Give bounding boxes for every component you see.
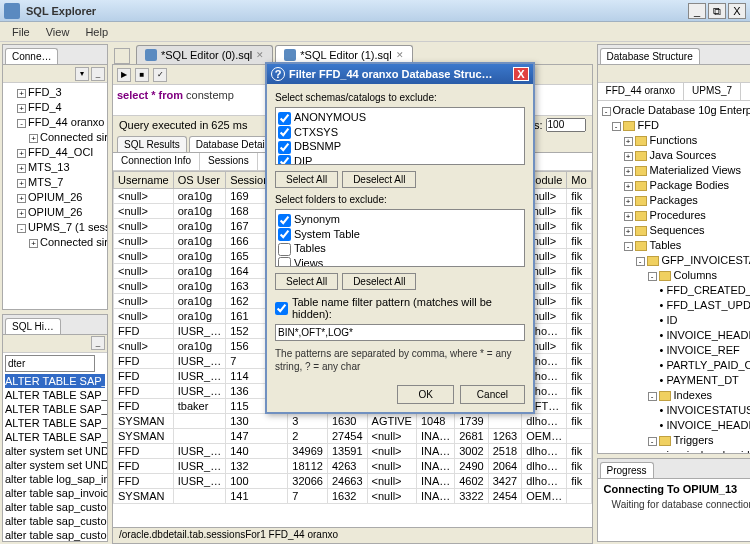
subtab-conninfo[interactable]: Connection Info <box>113 153 200 170</box>
schemas-deselectall-button[interactable]: Deselect All <box>342 171 416 188</box>
sqlhist-item[interactable]: alter system set UNDO_R <box>5 458 105 472</box>
dbconn-tab-1[interactable]: UPMS_7 <box>684 83 741 100</box>
tree-leaf[interactable]: • ID <box>600 313 750 328</box>
window-close-button[interactable]: X <box>728 3 746 19</box>
editor-nav-icon[interactable] <box>114 48 130 64</box>
editor-tab-0[interactable]: *SQL Editor (0).sql✕ <box>136 45 273 64</box>
connections-tab[interactable]: Conne… <box>5 48 58 64</box>
pattern-input[interactable] <box>275 324 525 341</box>
sqlhist-filter-input[interactable] <box>5 355 95 372</box>
tree-folder[interactable]: -GFP_INVOICESTATUS <box>600 253 750 268</box>
connection-item[interactable]: +OPIUM_26 <box>5 205 105 220</box>
row-limit-input[interactable] <box>546 118 586 132</box>
tree-folder[interactable]: +Materialized Views <box>600 163 750 178</box>
dbstruct-tree[interactable]: -Oracle Database 10g Enterprise Edition … <box>600 103 750 453</box>
tree-leaf[interactable]: • INVOICESTATUS_S1 <box>600 403 750 418</box>
table-row[interactable]: FFDIUSR_…1403496913591<null>INA…30022518… <box>114 444 592 459</box>
progress-tab[interactable]: Progress <box>600 462 654 478</box>
folder-item[interactable]: Views <box>278 256 522 267</box>
tree-folder[interactable]: +Packages <box>600 193 750 208</box>
sqlhist-item[interactable]: ALTER TABLE SAP_STOCI <box>5 402 105 416</box>
tree-folder[interactable]: +Procedures <box>600 208 750 223</box>
cancel-button[interactable]: Cancel <box>460 385 525 404</box>
commit-icon[interactable]: ✓ <box>153 68 167 82</box>
sqlhist-item[interactable]: alter system set UNDO_R <box>5 444 105 458</box>
connection-item[interactable]: +Connected sir <box>5 235 105 250</box>
tree-leaf[interactable]: • FFD_CREATED_DT <box>600 283 750 298</box>
sqlhist-item[interactable]: ALTER TABLE SAP_STOCI <box>5 416 105 430</box>
sqlhist-min-icon[interactable]: _ <box>91 336 105 350</box>
connection-item[interactable]: -UPMS_7 (1 sessio <box>5 220 105 235</box>
table-row[interactable]: SYSMAN13031630AGTIVE10481739dlho…fik <box>114 414 592 429</box>
name-filter-checkbox[interactable] <box>275 302 288 315</box>
column-header[interactable]: OS User <box>173 172 225 189</box>
connection-item[interactable]: +FFD_3 <box>5 85 105 100</box>
tree-folder[interactable]: +Java Sources <box>600 148 750 163</box>
tree-leaf[interactable]: • INVOICE_HEADER_ID <box>600 328 750 343</box>
connection-item[interactable]: +FFD_44_OCI <box>5 145 105 160</box>
tree-leaf[interactable]: • INVOICE_HEADER <box>600 418 750 433</box>
tree-folder[interactable]: +Sequences <box>600 223 750 238</box>
tree-leaf[interactable]: • invoiceheader_id_GFP <box>600 448 750 453</box>
dbconn-tab-0[interactable]: FFD_44 oranxo <box>598 83 684 100</box>
connection-item[interactable]: +MTS_13 <box>5 160 105 175</box>
sqlhist-tab[interactable]: SQL Hi… <box>5 318 61 334</box>
tree-folder[interactable]: -Triggers <box>600 433 750 448</box>
connection-item[interactable]: +FFD_4 <box>5 100 105 115</box>
sqlhist-item[interactable]: alter table sap_customerl <box>5 500 105 514</box>
connections-tree[interactable]: +FFD_3+FFD_4-FFD_44 oranxo (1+Connected … <box>5 85 105 250</box>
window-restore-button[interactable]: ⧉ <box>708 3 726 19</box>
schema-item[interactable]: CTXSYS <box>278 125 522 140</box>
tree-folder[interactable]: -Tables <box>600 238 750 253</box>
connection-item[interactable]: +MTS_7 <box>5 175 105 190</box>
tree-folder[interactable]: +Package Bodies <box>600 178 750 193</box>
results-tab-dbdetail[interactable]: Database Detail <box>189 136 274 152</box>
sqlhist-item[interactable]: alter table log_sap_invoic <box>5 472 105 486</box>
folder-item[interactable]: System Table <box>278 227 522 242</box>
tree-leaf[interactable]: • PARTLY_PAID_CD <box>600 358 750 373</box>
folder-item[interactable]: Synonym <box>278 212 522 227</box>
sqlhist-list[interactable]: ALTER TABLE SAP_INVOIALTER TABLE SAP_STO… <box>5 374 105 541</box>
folder-item[interactable]: Tables <box>278 241 522 256</box>
menu-help[interactable]: Help <box>77 24 116 40</box>
connection-item[interactable]: +OPIUM_26 <box>5 190 105 205</box>
table-row[interactable]: FFDIUSR_…132181124263<null>INA…24902064d… <box>114 459 592 474</box>
subtab-sessions[interactable]: Sessions <box>200 153 258 170</box>
column-header[interactable]: Username <box>114 172 174 189</box>
folders-selectall-button[interactable]: Select All <box>275 273 338 290</box>
results-tab-sql[interactable]: SQL Results <box>117 136 187 152</box>
tree-folder[interactable]: -FFD <box>600 118 750 133</box>
sqlhist-item[interactable]: alter table sap_customerl <box>5 528 105 541</box>
ok-button[interactable]: OK <box>397 385 453 404</box>
folders-listbox[interactable]: SynonymSystem TableTablesViews <box>275 209 525 267</box>
sqlhist-item[interactable]: ALTER TABLE SAP_STOCI <box>5 430 105 444</box>
close-icon[interactable]: ✕ <box>256 50 264 60</box>
run-icon[interactable]: ▶ <box>117 68 131 82</box>
schemas-selectall-button[interactable]: Select All <box>275 171 338 188</box>
schema-item[interactable]: ANONYMOUS <box>278 110 522 125</box>
connections-min-icon[interactable]: _ <box>91 67 105 81</box>
tree-folder[interactable]: +Functions <box>600 133 750 148</box>
sqlhist-item[interactable]: alter table sap_customerl <box>5 514 105 528</box>
menu-file[interactable]: File <box>4 24 38 40</box>
folders-deselectall-button[interactable]: Deselect All <box>342 273 416 290</box>
close-icon[interactable]: ✕ <box>396 50 404 60</box>
schema-item[interactable]: DBSNMP <box>278 139 522 154</box>
sqlhist-item[interactable]: ALTER TABLE SAP_INVOI <box>5 374 105 388</box>
schema-item[interactable]: DIP <box>278 154 522 165</box>
tree-folder[interactable]: -Indexes <box>600 388 750 403</box>
help-icon[interactable]: ? <box>271 67 285 81</box>
tree-leaf[interactable]: • INVOICE_REF <box>600 343 750 358</box>
menu-view[interactable]: View <box>38 24 78 40</box>
dbstruct-tab[interactable]: Database Structure <box>600 48 700 64</box>
stop-icon[interactable]: ■ <box>135 68 149 82</box>
tree-leaf[interactable]: • PAYMENT_DT <box>600 373 750 388</box>
table-row[interactable]: SYSMAN147227454<null>INA…26811263OEM… <box>114 429 592 444</box>
table-row[interactable]: SYSMAN14171632<null>INA…33222454OEM… <box>114 489 592 504</box>
dialog-close-button[interactable]: X <box>513 67 529 81</box>
connection-item[interactable]: +Connected sir <box>5 130 105 145</box>
connections-menu-icon[interactable]: ▾ <box>75 67 89 81</box>
table-row[interactable]: FFDIUSR_…1003206624663<null>INA…46023427… <box>114 474 592 489</box>
sqlhist-item[interactable]: alter table sap_invoiceline <box>5 486 105 500</box>
tree-leaf[interactable]: • FFD_LAST_UPDATED_ <box>600 298 750 313</box>
